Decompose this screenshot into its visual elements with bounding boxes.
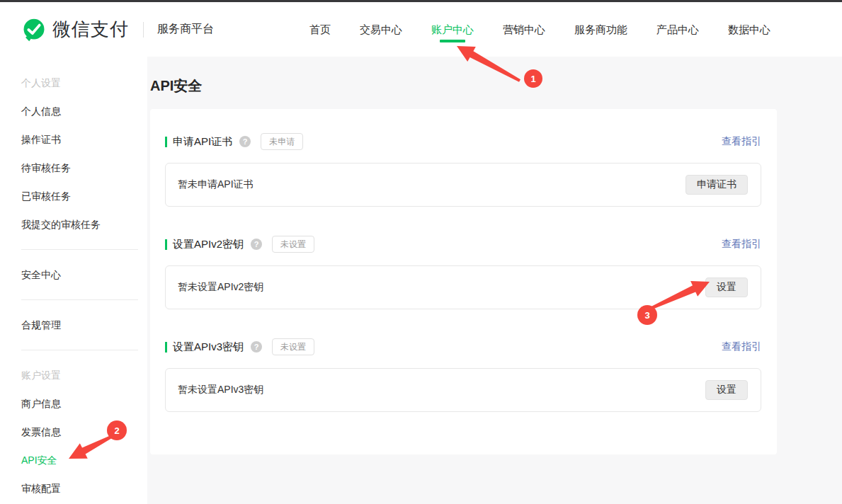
section-title: 设置APIv2密钥 <box>173 238 244 251</box>
nav-item-transaction-center[interactable]: 交易中心 <box>360 2 402 57</box>
page-title: API安全 <box>150 76 842 96</box>
sidebar-item-api-security[interactable]: API安全 <box>0 446 147 474</box>
help-icon[interactable]: ? <box>251 341 262 353</box>
empty-state-box: 暂未申请API证书 申请证书 <box>165 163 761 207</box>
section-marker <box>165 239 167 250</box>
sidebar-item-personal-info[interactable]: 个人信息 <box>0 97 147 125</box>
help-icon[interactable]: ? <box>251 239 262 250</box>
help-icon[interactable]: ? <box>239 136 251 147</box>
nav-item-data-center[interactable]: 数据中心 <box>728 2 770 57</box>
brand-area[interactable]: 微信支付 服务商平台 <box>22 2 214 57</box>
main-nav: 首页 交易中心 账户中心 营销中心 服务商功能 产品中心 数据中心 <box>309 2 770 57</box>
sidebar-item-operation-certificate[interactable]: 操作证书 <box>0 125 147 154</box>
section-title: 设置APIv3密钥 <box>173 340 244 354</box>
apply-certificate-button[interactable]: 申请证书 <box>685 175 748 195</box>
nav-item-account-center[interactable]: 账户中心 <box>431 2 474 57</box>
view-guide-link[interactable]: 查看指引 <box>722 340 761 353</box>
main-content: API安全 申请API证书 ? 未申请 查看指引 暂未申请API证书 申请证书 <box>147 57 842 504</box>
view-guide-link[interactable]: 查看指引 <box>722 238 761 251</box>
api-security-card: 申请API证书 ? 未申请 查看指引 暂未申请API证书 申请证书 设置APIv… <box>150 109 777 454</box>
brand-divider <box>143 22 144 38</box>
status-badge: 未设置 <box>272 236 314 253</box>
empty-state-text: 暂未设置APIv3密钥 <box>178 384 263 396</box>
empty-state-text: 暂未设置APIv2密钥 <box>178 281 263 294</box>
empty-state-text: 暂未申请API证书 <box>178 178 254 191</box>
view-guide-link[interactable]: 查看指引 <box>722 135 761 148</box>
top-header: 微信支付 服务商平台 首页 交易中心 账户中心 营销中心 服务商功能 产品中心 … <box>0 2 842 57</box>
sidebar-item-security-center[interactable]: 安全中心 <box>0 260 147 289</box>
sidebar-item-pending-review-tasks[interactable]: 待审核任务 <box>0 154 147 182</box>
empty-state-box: 暂未设置APIv2密钥 设置 <box>165 265 761 309</box>
sidebar-divider <box>21 350 138 350</box>
nav-item-provider-features[interactable]: 服务商功能 <box>574 2 627 57</box>
section-marker <box>165 137 167 147</box>
nav-item-home[interactable]: 首页 <box>309 2 331 57</box>
status-badge: 未设置 <box>272 338 314 355</box>
empty-state-box: 暂未设置APIv3密钥 设置 <box>165 368 761 412</box>
sidebar-item-review-config[interactable]: 审核配置 <box>0 474 147 503</box>
section-apiv3-key: 设置APIv3密钥 ? 未设置 查看指引 暂未设置APIv3密钥 设置 <box>165 338 761 412</box>
platform-label: 服务商平台 <box>157 22 214 37</box>
section-api-certificate: 申请API证书 ? 未申请 查看指引 暂未申请API证书 申请证书 <box>165 132 761 207</box>
sidebar: 个人设置 个人信息 操作证书 待审核任务 已审核任务 我提交的审核任务 安全中心… <box>0 57 147 504</box>
brand-title: 微信支付 <box>52 17 129 42</box>
section-title: 申请API证书 <box>173 135 232 149</box>
sidebar-divider <box>21 299 138 300</box>
set-apiv2-key-button[interactable]: 设置 <box>705 277 748 297</box>
section-marker <box>165 342 167 353</box>
sidebar-item-reviewed-tasks[interactable]: 已审核任务 <box>0 182 147 210</box>
set-apiv3-key-button[interactable]: 设置 <box>705 380 748 400</box>
sidebar-group-account-settings: 账户设置 <box>0 361 147 389</box>
sidebar-divider <box>21 249 138 250</box>
sidebar-item-invoice-info[interactable]: 发票信息 <box>0 418 147 446</box>
wechat-pay-logo-icon <box>22 18 46 42</box>
sidebar-item-merchant-info[interactable]: 商户信息 <box>0 389 147 418</box>
status-badge: 未申请 <box>261 133 303 150</box>
nav-item-product-center[interactable]: 产品中心 <box>656 2 699 57</box>
sidebar-item-my-submitted-review-tasks[interactable]: 我提交的审核任务 <box>0 210 147 239</box>
sidebar-group-personal-settings: 个人设置 <box>0 69 147 97</box>
sidebar-item-compliance-management[interactable]: 合规管理 <box>0 311 147 339</box>
nav-item-marketing-center[interactable]: 营销中心 <box>503 2 545 57</box>
section-apiv2-key: 设置APIv2密钥 ? 未设置 查看指引 暂未设置APIv2密钥 设置 <box>165 235 761 309</box>
